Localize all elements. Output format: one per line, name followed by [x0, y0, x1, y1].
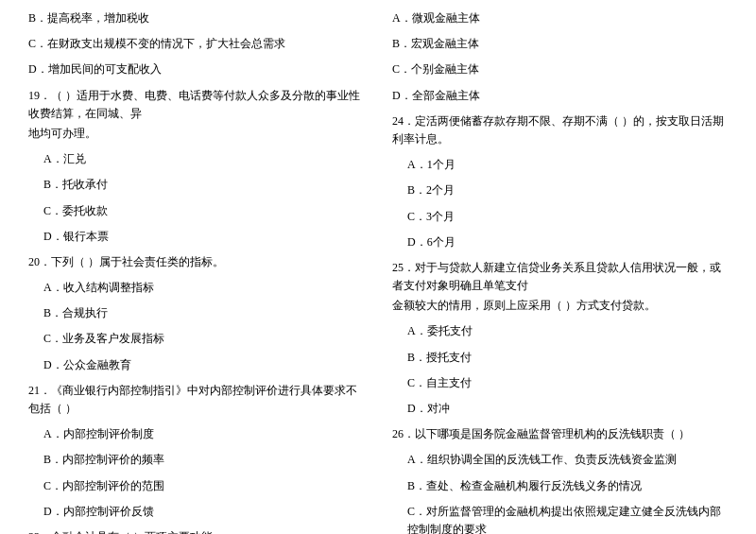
question-text: D．增加民间的可支配收入	[28, 60, 364, 78]
question-block-q20: 20．下列（ ）属于社会责任类的指标。	[28, 253, 364, 271]
question-text: D．6个月	[392, 233, 728, 251]
question-block-q24c: C．3个月	[392, 208, 728, 226]
question-text: 22．金融会计具有（ ）两项主要功能。	[28, 528, 364, 534]
question-text: 26．以下哪项是国务院金融监督管理机构的反洗钱职责（ ）	[392, 425, 728, 443]
question-block-q25c: C．自主支付	[392, 374, 728, 392]
question-text: D．对冲	[392, 400, 728, 418]
question-text: B．宏观金融主体	[392, 35, 728, 53]
question-text: A．汇兑	[28, 150, 364, 168]
question-block-q_a_micro: A．微观金融主体	[392, 9, 728, 27]
question-text: C．业务及客户发展指标	[28, 330, 364, 348]
question-text: C．委托收款	[28, 202, 364, 220]
question-block-q25: 25．对于与贷款人新建立信贷业务关系且贷款人信用状况一般，或者支付对象明确且单笔…	[392, 259, 728, 316]
question-block-q26b: B．查处、检查金融机构履行反洗钱义务的情况	[392, 477, 728, 495]
question-text: 19．（ ）适用于水费、电费、电话费等付款人众多及分散的事业性收费结算，在同城、…	[28, 87, 364, 123]
question-text: 20．下列（ ）属于社会责任类的指标。	[28, 253, 364, 271]
question-text: A．内部控制评价制度	[28, 425, 364, 443]
question-block-q19b: B．托收承付	[28, 176, 364, 194]
question-block-q21a: A．内部控制评价制度	[28, 425, 364, 443]
question-text: A．微观金融主体	[392, 9, 728, 27]
question-block-q_c_finance: C．在财政支出规模不变的情况下，扩大社会总需求	[28, 35, 364, 53]
question-text: D．内部控制评价反馈	[28, 503, 364, 521]
question-text: B．查处、检查金融机构履行反洗钱义务的情况	[392, 477, 728, 495]
question-block-q24: 24．定活两便储蓄存款存期不限、存期不满（ ）的，按支取日活期利率计息。	[392, 112, 728, 148]
question-block-q26c: C．对所监督管理的金融机构提出依照规定建立健全反洗钱内部控制制度的要求	[392, 503, 728, 534]
question-text: C．对所监督管理的金融机构提出依照规定建立健全反洗钱内部控制制度的要求	[392, 503, 728, 534]
question-text: A．1个月	[392, 156, 728, 174]
question-block-q21d: D．内部控制评价反馈	[28, 503, 364, 521]
page: B．提高税率，增加税收C．在财政支出规模不变的情况下，扩大社会总需求D．增加民间…	[0, 0, 756, 534]
question-block-q_b_tax: B．提高税率，增加税收	[28, 9, 364, 27]
question-block-q20b: B．合规执行	[28, 304, 364, 322]
left-column: B．提高税率，增加税收C．在财政支出规模不变的情况下，扩大社会总需求D．增加民间…	[28, 9, 378, 534]
question-block-q24b: B．2个月	[392, 181, 728, 199]
question-text: A．组织协调全国的反洗钱工作、负责反洗钱资金监测	[392, 451, 728, 469]
question-text: A．收入结构调整指标	[28, 279, 364, 297]
question-block-q19a: A．汇兑	[28, 150, 364, 168]
question-block-q_c_indiv: C．个别金融主体	[392, 60, 728, 78]
question-block-q_b_macro: B．宏观金融主体	[392, 35, 728, 53]
question-block-q19: 19．（ ）适用于水费、电费、电话费等付款人众多及分散的事业性收费结算，在同城、…	[28, 87, 364, 144]
question-block-q21b: B．内部控制评价的频率	[28, 451, 364, 469]
question-block-q22: 22．金融会计具有（ ）两项主要功能。	[28, 528, 364, 534]
question-text: C．在财政支出规模不变的情况下，扩大社会总需求	[28, 35, 364, 53]
question-text: C．内部控制评价的范围	[28, 477, 364, 495]
question-text: B．内部控制评价的频率	[28, 451, 364, 469]
question-text: D．全部金融主体	[392, 87, 728, 105]
question-block-q21: 21．《商业银行内部控制指引》中对内部控制评价进行具体要求不包括（ ）	[28, 382, 364, 418]
question-text: 25．对于与贷款人新建立信贷业务关系且贷款人信用状况一般，或者支付对象明确且单笔…	[392, 259, 728, 295]
question-text: C．3个月	[392, 208, 728, 226]
question-block-q26: 26．以下哪项是国务院金融监督管理机构的反洗钱职责（ ）	[392, 425, 728, 443]
question-block-q26a: A．组织协调全国的反洗钱工作、负责反洗钱资金监测	[392, 451, 728, 469]
question-block-q24d: D．6个月	[392, 233, 728, 251]
question-text: B．托收承付	[28, 176, 364, 194]
right-column: A．微观金融主体B．宏观金融主体C．个别金融主体D．全部金融主体24．定活两便储…	[378, 9, 728, 534]
question-text: 金额较大的情用，原则上应采用（ ）方式支付贷款。	[392, 297, 728, 315]
question-block-q20d: D．公众金融教育	[28, 356, 364, 374]
question-text: D．公众金融教育	[28, 356, 364, 374]
question-block-q_d_income: D．增加民间的可支配收入	[28, 60, 364, 78]
question-text: B．合规执行	[28, 304, 364, 322]
question-text: B．2个月	[392, 181, 728, 199]
question-block-q_d_all: D．全部金融主体	[392, 87, 728, 105]
question-text: B．授托支付	[392, 349, 728, 367]
question-block-q19d: D．银行本票	[28, 228, 364, 246]
question-block-q25b: B．授托支付	[392, 349, 728, 367]
question-text: C．个别金融主体	[392, 60, 728, 78]
question-block-q19c: C．委托收款	[28, 202, 364, 220]
question-block-q20a: A．收入结构调整指标	[28, 279, 364, 297]
question-block-q21c: C．内部控制评价的范围	[28, 477, 364, 495]
question-text: A．委托支付	[392, 322, 728, 340]
question-text: 24．定活两便储蓄存款存期不限、存期不满（ ）的，按支取日活期利率计息。	[392, 112, 728, 148]
question-text: 21．《商业银行内部控制指引》中对内部控制评价进行具体要求不包括（ ）	[28, 382, 364, 418]
question-block-q25d: D．对冲	[392, 400, 728, 418]
question-block-q20c: C．业务及客户发展指标	[28, 330, 364, 348]
two-column-layout: B．提高税率，增加税收C．在财政支出规模不变的情况下，扩大社会总需求D．增加民间…	[28, 9, 728, 534]
question-text: 地均可办理。	[28, 125, 364, 143]
question-text: C．自主支付	[392, 374, 728, 392]
question-block-q24a: A．1个月	[392, 156, 728, 174]
question-text: D．银行本票	[28, 228, 364, 246]
question-block-q25a: A．委托支付	[392, 322, 728, 340]
question-text: B．提高税率，增加税收	[28, 9, 364, 27]
